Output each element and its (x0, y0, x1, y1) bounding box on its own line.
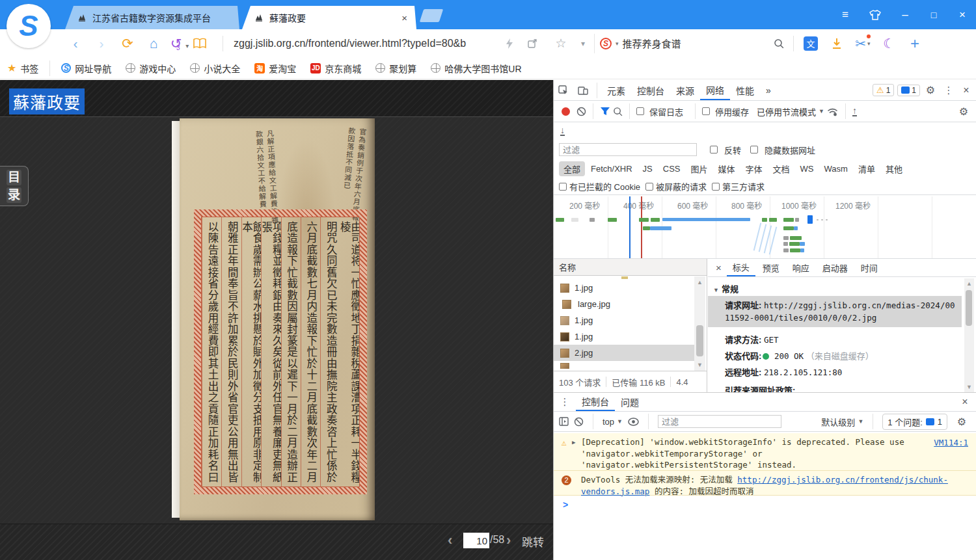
devtools-tab-sources[interactable]: 来源 (670, 80, 700, 100)
inspect-element-icon[interactable] (554, 85, 573, 96)
drawer-close-icon[interactable]: × (954, 396, 976, 408)
search-suggestion[interactable]: 推荐养身食谱 (623, 36, 770, 50)
device-toolbar-icon[interactable] (573, 85, 593, 96)
reading-mode-icon[interactable] (193, 38, 219, 49)
detail-tab-headers[interactable]: 标头 (727, 259, 755, 276)
general-section-header[interactable]: ▼常规 (713, 282, 739, 295)
console-tab[interactable]: 控制台 (576, 393, 615, 411)
chip-media[interactable]: 媒体 (714, 161, 740, 176)
search-icon[interactable] (774, 38, 784, 49)
search-engine-icon[interactable]: S (600, 38, 612, 49)
console-warning-deprecation[interactable]: ⚠ ▶ [Deprecation] 'window.webkitStorageI… (554, 433, 976, 471)
sogou-logo[interactable]: S (7, 4, 51, 48)
refresh-button[interactable]: ⟳ (115, 36, 141, 51)
tab-sufanzhengyao[interactable]: 蘇藩政要 × (242, 6, 416, 29)
bookmarks-root[interactable]: ★ 书签 (0, 62, 46, 75)
add-extension-icon[interactable]: + (902, 34, 928, 53)
throttling-select[interactable]: 已停用节流模式 (757, 105, 816, 118)
minimize-button[interactable]: – (894, 7, 916, 23)
disable-cache-checkbox[interactable] (702, 107, 710, 115)
blocked-cookies-checkbox[interactable] (559, 183, 567, 191)
detail-close-icon[interactable]: × (712, 262, 725, 273)
devtools-tab-elements[interactable]: 元素 (601, 80, 631, 100)
forward-button[interactable]: › (88, 36, 115, 51)
request-row[interactable]: 1.jpg (554, 280, 694, 296)
chip-all[interactable]: 全部 (559, 161, 585, 176)
eye-icon[interactable] (628, 418, 639, 426)
chip-ws[interactable]: WS (796, 163, 819, 175)
record-icon[interactable] (562, 107, 570, 116)
tab-close-icon[interactable]: × (400, 12, 409, 23)
request-name-header[interactable]: 名称 (554, 259, 707, 276)
filter-funnel-icon[interactable] (600, 107, 610, 116)
expand-icon[interactable]: ▶ (572, 437, 575, 449)
night-mode-moon-icon[interactable]: ☾ (876, 36, 902, 51)
network-overview-timeline[interactable]: 200 毫秒 400 毫秒 600 毫秒 800 毫秒 1000 毫秒 1200… (554, 196, 976, 259)
request-row-selected[interactable]: 2.jpg (554, 345, 694, 361)
issues-counter[interactable]: 1 个问题: 1 (882, 414, 947, 430)
chip-doc[interactable]: 文档 (768, 161, 794, 176)
skin-theme-icon[interactable] (864, 7, 886, 23)
share-icon[interactable] (528, 38, 550, 48)
devtools-close-icon[interactable]: × (956, 85, 976, 96)
detail-tab-initiator[interactable]: 启动器 (817, 259, 854, 276)
console-settings-icon[interactable]: ⚙ (953, 416, 971, 428)
jump-button[interactable]: 跳转 (522, 533, 544, 550)
network-search-icon[interactable] (613, 107, 623, 116)
search-box[interactable]: S ▾ 推荐养身食谱 (594, 34, 789, 53)
console-prompt-icon[interactable]: > (563, 500, 568, 510)
messages-badge[interactable]: 1 (897, 85, 920, 96)
network-conditions-icon[interactable] (827, 107, 839, 116)
console-filter-input[interactable] (658, 415, 781, 428)
maximize-button[interactable]: □ (923, 7, 945, 23)
scroll-up-icon[interactable]: ▲ (964, 280, 974, 287)
chip-font[interactable]: 字体 (741, 161, 767, 176)
bookmark-item-harvard[interactable]: 哈佛大学图书馆UR (424, 62, 528, 75)
back-button[interactable]: ‹ (62, 36, 88, 51)
download-icon[interactable] (824, 37, 850, 50)
browser-menu-icon[interactable]: ≡ (834, 7, 856, 23)
chip-css[interactable]: CSS (658, 163, 685, 175)
warnings-badge[interactable]: ⚠ 1 (873, 84, 894, 96)
console-sidebar-icon[interactable] (559, 417, 569, 426)
screenshot-scissors-icon[interactable]: ✂ ▾ (850, 36, 876, 51)
detail-scrollbar[interactable]: ▲ ▼ (964, 278, 974, 392)
network-settings-icon[interactable]: ⚙ (955, 105, 972, 118)
hide-data-urls-checkbox[interactable] (750, 146, 758, 153)
drawer-kebab-icon[interactable]: ⋮ (554, 396, 576, 408)
chip-manifest[interactable]: 清单 (854, 161, 880, 176)
close-button[interactable]: × (951, 7, 973, 23)
scrollbar-thumb[interactable] (966, 290, 972, 326)
page-number-input[interactable] (463, 533, 489, 548)
scroll-up-icon[interactable]: ▲ (694, 279, 705, 286)
console-clear-icon[interactable] (574, 417, 584, 427)
devtools-tab-console[interactable]: 控制台 (631, 80, 670, 100)
restore-tabs-button[interactable]: ↺ 3 ▾ (167, 36, 193, 51)
detail-tab-timing[interactable]: 时间 (855, 259, 884, 276)
devtools-kebab-icon[interactable]: ⋮ (941, 85, 956, 96)
invert-checkbox[interactable] (710, 146, 718, 153)
engine-caret-icon[interactable]: ▾ (616, 40, 619, 47)
chip-wasm[interactable]: Wasm (820, 163, 852, 175)
log-level-select[interactable]: 默认级别 ▼ (821, 416, 863, 428)
toc-button[interactable]: 目 录 (0, 166, 29, 206)
bookmark-item-juhuasuan[interactable]: 聚划算 (368, 62, 424, 75)
devtools-tab-network[interactable]: 网络 (700, 80, 730, 100)
chip-js[interactable]: JS (638, 163, 657, 175)
bookmark-item-jd[interactable]: JD 京东商城 (303, 62, 368, 75)
devtools-tab-performance[interactable]: 性能 (730, 80, 760, 100)
execution-context-select[interactable]: top ▼ (603, 417, 623, 427)
manuscript-page-image[interactable]: 官為奏銷例于次年六月底報 款因落抵不同減已 凡解正項應給文工解費惟雜 款銀六拾文… (172, 118, 381, 520)
request-url-row[interactable]: 请求网址: http://zggj.jslib.org.cn/medias-20… (708, 296, 962, 327)
request-row[interactable]: 1.jpg (554, 328, 694, 345)
clear-icon[interactable] (576, 107, 586, 116)
translate-icon[interactable]: 文 (798, 36, 824, 51)
address-url[interactable]: zggj.jslib.org.cn/frontend/viewer.html?t… (234, 38, 506, 49)
preserve-log-checkbox[interactable] (636, 107, 644, 115)
source-link[interactable]: VM114:1 (934, 437, 968, 449)
bookmark-item-games[interactable]: 游戏中心 (118, 62, 183, 75)
address-dropdown-icon[interactable]: ▾ (572, 39, 594, 48)
scroll-down-icon[interactable]: ▼ (694, 362, 705, 368)
detail-tab-response[interactable]: 响应 (787, 259, 815, 276)
blocked-requests-checkbox[interactable] (645, 183, 653, 191)
